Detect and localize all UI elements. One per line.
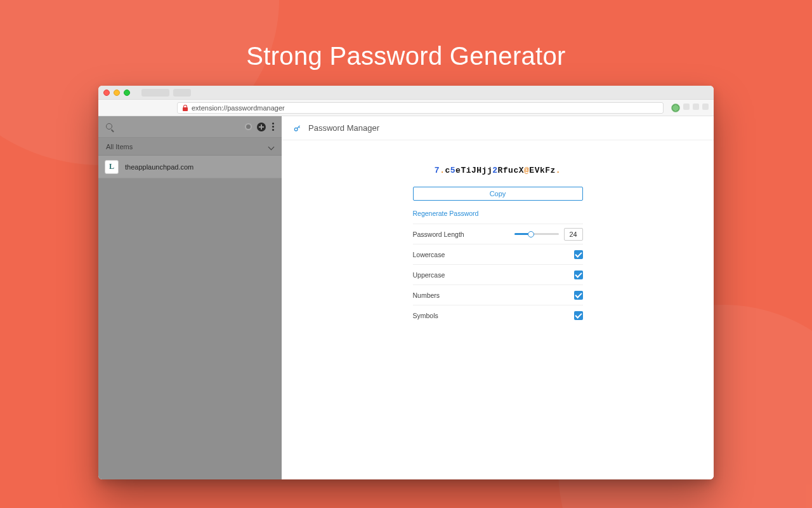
sidebar: All Items L theapplaunchpad.com [98,116,282,479]
chevron-down-icon [269,144,274,149]
length-slider[interactable] [514,233,559,235]
toolbar-button[interactable] [683,104,690,110]
regenerate-label: Regenerate Password [413,210,479,217]
checkbox-uppercase[interactable] [574,271,583,279]
slider-thumb-icon[interactable] [528,231,534,237]
toolbar-right [671,104,709,112]
option-row-symbols: Symbols [413,305,583,326]
option-row-length: Password Length 24 [413,224,583,244]
checkbox-symbols[interactable] [574,311,583,320]
length-value[interactable]: 24 [564,228,583,241]
copy-button[interactable]: Copy [413,187,583,201]
close-icon[interactable] [103,90,110,96]
sidebar-section-label: All Items [106,143,133,150]
address-bar[interactable]: extension://passwordmanager [177,102,664,114]
add-button[interactable] [257,123,266,131]
regenerate-link[interactable]: Regenerate Password [413,210,583,224]
status-indicator-icon [246,124,251,129]
option-label: Lowercase [413,251,445,258]
app-body: All Items L theapplaunchpad.com Password… [98,116,714,479]
sidebar-item-label: theapplaunchpad.com [125,163,193,171]
checkbox-numbers[interactable] [574,291,583,300]
checkbox-lowercase[interactable] [574,250,583,259]
browser-window: extension://passwordmanager All Items [98,86,714,479]
minimize-icon[interactable] [114,90,120,96]
site-favicon: L [105,160,119,174]
option-row-uppercase: Uppercase [413,265,583,285]
generator-panel: 7.c5eTiJHjj2RfucX@EVkFz. Copy Regenerate… [413,166,583,326]
search-input[interactable] [119,123,241,131]
main-pane: Password Manager 7.c5eTiJHjj2RfucX@EVkFz… [282,116,714,479]
sidebar-search-row [98,116,282,138]
kebab-menu-icon[interactable] [272,123,274,131]
option-label: Symbols [413,312,438,319]
key-icon [293,124,302,133]
option-row-numbers: Numbers [413,285,583,305]
copy-button-label: Copy [490,190,506,197]
sidebar-section-header[interactable]: All Items [98,138,282,156]
toolbar: extension://passwordmanager [98,100,714,116]
maximize-icon[interactable] [124,90,130,96]
option-label: Uppercase [413,271,445,279]
window-controls [103,90,130,96]
length-label: Password Length [413,231,464,238]
main-header-title: Password Manager [308,123,379,133]
new-tab-button[interactable] [173,89,191,97]
generated-password: 7.c5eTiJHjj2RfucX@EVkFz. [413,166,583,175]
toolbar-button[interactable] [693,104,699,110]
sidebar-item[interactable]: L theapplaunchpad.com [98,156,282,178]
tab-strip [141,89,191,97]
hero-title: Strong Password Generator [0,42,812,70]
option-label: Numbers [413,291,440,299]
search-icon [106,123,114,131]
url-text: extension://passwordmanager [192,104,285,112]
lock-icon [183,105,188,111]
extension-icon[interactable] [671,104,680,112]
browser-tab[interactable] [141,89,169,97]
option-row-lowercase: Lowercase [413,244,583,265]
titlebar [98,86,714,100]
main-header: Password Manager [282,116,714,140]
toolbar-button[interactable] [702,104,709,110]
